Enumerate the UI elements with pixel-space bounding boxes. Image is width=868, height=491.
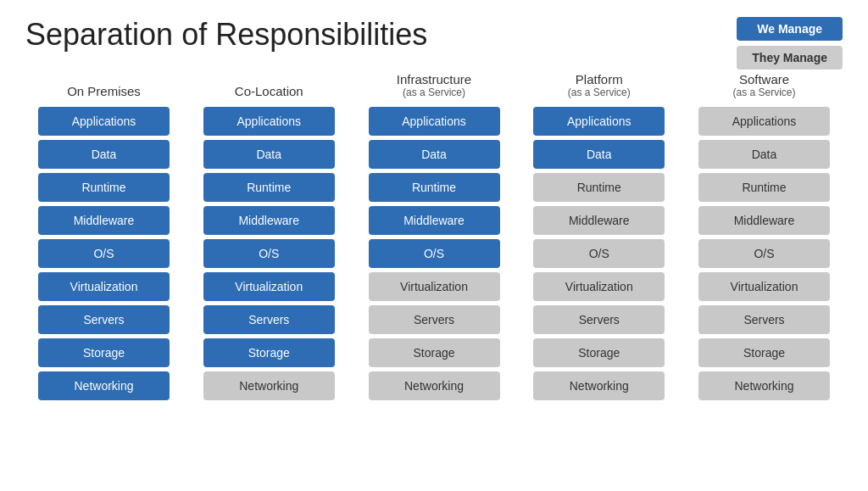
page-container: Separation of Responsibilities We Manage… [0, 0, 868, 421]
col-header-label: Platform [576, 72, 623, 86]
cell-software-as-a-service-7: Storage [698, 338, 830, 367]
cell-software-as-a-service-4: O/S [698, 239, 830, 268]
cell-infrastructure-as-a-service-1: Data [369, 140, 500, 169]
cell-co-location-5: Virtualization [203, 272, 335, 301]
cell-infrastructure-as-a-service-6: Servers [369, 305, 500, 334]
cell-on-premises-4: O/S [38, 239, 170, 268]
col-header-co-location: Co-Location [235, 61, 303, 98]
cell-infrastructure-as-a-service-0: Applications [369, 107, 500, 136]
column-infrastructure-as-a-service: Infrastructure(as a Service)Applications… [356, 61, 513, 405]
cell-on-premises-2: Runtime [38, 173, 170, 202]
cell-platform-as-a-service-1: Data [533, 140, 665, 169]
cell-software-as-a-service-2: Runtime [698, 173, 830, 202]
cell-platform-as-a-service-3: Middleware [533, 206, 665, 235]
col-header-sub: (as a Service) [732, 86, 795, 98]
cell-software-as-a-service-6: Servers [698, 305, 830, 334]
cell-platform-as-a-service-0: Applications [533, 107, 665, 136]
cell-infrastructure-as-a-service-4: O/S [369, 239, 500, 268]
cell-co-location-0: Applications [203, 107, 335, 136]
col-header-infrastructure-as-a-service: Infrastructure(as a Service) [397, 61, 471, 98]
cell-platform-as-a-service-7: Storage [533, 338, 665, 367]
we-manage-legend: We Manage [737, 17, 843, 41]
cell-infrastructure-as-a-service-5: Virtualization [369, 272, 500, 301]
col-header-sub: (as a Service) [403, 86, 465, 98]
cell-infrastructure-as-a-service-7: Storage [369, 338, 500, 367]
cell-co-location-3: Middleware [203, 206, 335, 235]
column-software-as-a-service: Software(as a Service)ApplicationsDataRu… [686, 61, 843, 405]
cell-on-premises-6: Servers [38, 305, 170, 334]
cell-software-as-a-service-5: Virtualization [698, 272, 830, 301]
they-manage-legend: They Manage [737, 46, 843, 70]
cell-software-as-a-service-0: Applications [698, 107, 830, 136]
cell-platform-as-a-service-4: O/S [533, 239, 665, 268]
col-header-sub: (as a Service) [568, 86, 631, 98]
column-platform-as-a-service: Platform(as a Service)ApplicationsDataRu… [520, 61, 677, 405]
cell-infrastructure-as-a-service-2: Runtime [369, 173, 500, 202]
cell-on-premises-8: Networking [38, 371, 170, 400]
col-header-on-premises: On Premises [67, 61, 141, 98]
col-header-label: Co-Location [235, 84, 303, 98]
cell-infrastructure-as-a-service-3: Middleware [369, 206, 500, 235]
cell-co-location-2: Runtime [203, 173, 335, 202]
cell-on-premises-0: Applications [38, 107, 170, 136]
cell-co-location-4: O/S [203, 239, 335, 268]
cell-platform-as-a-service-5: Virtualization [533, 272, 665, 301]
cell-co-location-1: Data [203, 140, 335, 169]
legend: We Manage They Manage [737, 17, 843, 70]
cell-platform-as-a-service-2: Runtime [533, 173, 665, 202]
cell-co-location-6: Servers [203, 305, 335, 334]
cell-software-as-a-service-3: Middleware [698, 206, 830, 235]
cell-co-location-7: Storage [203, 338, 335, 367]
cell-on-premises-7: Storage [38, 338, 170, 367]
cell-software-as-a-service-1: Data [698, 140, 830, 169]
page-title: Separation of Responsibilities [25, 17, 843, 53]
column-co-location: Co-LocationApplicationsDataRuntimeMiddle… [191, 61, 348, 405]
col-header-label: Infrastructure [397, 72, 471, 86]
column-on-premises: On PremisesApplicationsDataRuntimeMiddle… [25, 61, 182, 405]
cell-platform-as-a-service-8: Networking [533, 371, 665, 400]
cell-software-as-a-service-8: Networking [698, 371, 830, 400]
col-header-label: Software [739, 72, 789, 86]
cell-on-premises-5: Virtualization [38, 272, 170, 301]
col-header-label: On Premises [67, 84, 141, 98]
cell-co-location-8: Networking [203, 371, 335, 400]
cell-on-premises-1: Data [38, 140, 170, 169]
cell-on-premises-3: Middleware [38, 206, 170, 235]
cell-platform-as-a-service-6: Servers [533, 305, 665, 334]
col-header-platform-as-a-service: Platform(as a Service) [568, 61, 631, 98]
columns-area: On PremisesApplicationsDataRuntimeMiddle… [25, 61, 843, 405]
cell-infrastructure-as-a-service-8: Networking [369, 371, 500, 400]
